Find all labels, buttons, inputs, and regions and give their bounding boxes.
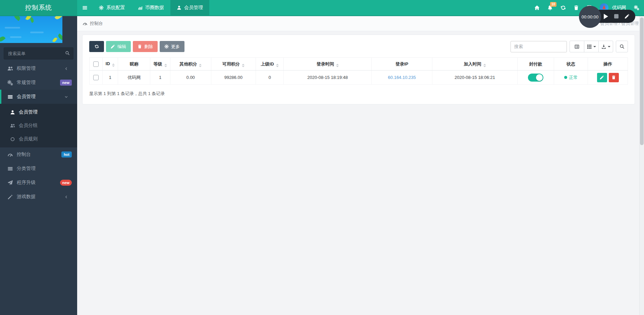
advanced-search-button[interactable] [616,41,628,52]
cell-other-points: 0.00 [170,71,211,85]
home-button[interactable] [534,5,540,10]
notification-badge: 10 [550,2,556,7]
table-header-row: ID 昵称 等级 其他积分 可用积分 上级ID 登录时间 登录IP 加入时间 封… [90,58,628,71]
nav-tabs: 系统配置 币圈数据 会员管理 [93,0,209,15]
cogs-icon [7,80,13,86]
pencil-icon [600,75,604,80]
sidebar: 权限管理 常规管理 new 会员管理 会员管理 会员分组 会员规则 [0,16,77,315]
sidebar-item-member-management[interactable]: 会员管理 [0,90,77,104]
cogs-icon [634,5,639,10]
recorder-play-button[interactable] [604,14,608,19]
settings-button[interactable] [634,5,639,10]
delete-button[interactable]: 删除 [133,41,158,52]
cell-status: 正常 [554,71,588,85]
tab-member-management[interactable]: 会员管理 [170,0,209,15]
sort-icon [276,64,279,67]
submenu-item-member-groups[interactable]: 会员分组 [0,119,77,132]
edit-button[interactable]: 编辑 [106,41,131,52]
cell-block-payment [517,71,554,85]
more-button[interactable]: 更多 [160,41,184,52]
list-alt-icon [575,44,579,49]
tab-coin-data[interactable]: 币圈数据 [131,0,170,15]
sort-icon [483,64,486,67]
caret-down-icon [593,46,596,47]
clear-cache-button[interactable] [574,5,579,10]
table-row: 1 优码网 1 0.00 99286.00 0 2020-08-15 18:19… [90,71,628,85]
user-icon [10,110,15,115]
export-button[interactable] [598,41,613,52]
recorder-annotate-button[interactable] [625,14,630,19]
header-actions: 操作 [588,58,628,71]
users-icon [7,66,13,72]
refresh-icon [95,44,99,49]
list-icon [7,166,13,172]
export-icon [601,44,606,49]
sidebar-item-category-management[interactable]: 分类管理 [0,162,77,176]
list-icon [7,94,13,100]
row-checkbox[interactable] [93,75,99,80]
scrollbar-thumb[interactable] [640,17,644,145]
new-badge: new [60,80,72,86]
cell-nickname: 优码网 [118,71,150,85]
dashboard-icon [83,21,88,26]
sidebar-item-game-data[interactable]: 游戏数据 [0,190,77,204]
bar-chart-icon [138,5,143,10]
refresh-page-button[interactable] [560,5,566,10]
cell-parent-id: 0 [256,71,283,85]
notifications-button[interactable]: 10 [547,5,553,10]
submenu-item-member-management[interactable]: 会员管理 [0,105,77,119]
select-all-checkbox[interactable] [93,61,99,67]
header-parent-id[interactable]: 上级ID [256,58,283,71]
recorder-stop-button[interactable] [614,14,619,18]
ip-link[interactable]: 60.164.10.235 [388,75,416,80]
dashboard-icon [7,152,13,158]
sidebar-item-program-upgrade[interactable]: 程序升级 new [0,176,77,190]
sort-icon [199,64,202,67]
cell-id: 1 [102,71,118,85]
paper-plane-icon [7,180,13,186]
chevron-left-icon [64,67,72,71]
menu-label: 分类管理 [17,166,36,172]
trash-icon [574,5,579,10]
sidebar-item-general-management[interactable]: 常规管理 new [0,76,77,90]
header-login-time[interactable]: 登录时间 [284,58,372,71]
sidebar-item-permission-management[interactable]: 权限管理 [0,61,77,76]
row-delete-button[interactable] [609,73,619,82]
header-available-points[interactable]: 可用积分 [211,58,256,71]
table-search-input[interactable] [511,41,567,52]
detail-view-button[interactable] [570,41,584,52]
header-id[interactable]: ID [102,58,118,71]
header-level[interactable]: 等级 [150,58,170,71]
sidebar-toggle-button[interactable] [77,0,93,15]
sort-icon [112,63,115,67]
columns-button[interactable] [584,41,599,52]
header-join-time[interactable]: 加入时间 [432,58,518,71]
circle-o-icon [10,137,15,142]
sidebar-menu: 权限管理 常规管理 new 会员管理 会员管理 会员分组 会员规则 [0,61,77,204]
new-badge: new [60,180,72,186]
hot-badge: hot [61,151,72,158]
submenu-item-member-rules[interactable]: 会员规则 [0,132,77,146]
tab-system-config[interactable]: 系统配置 [93,0,131,15]
cell-available-points: 99286.00 [211,71,256,85]
top-navbar: 控制系统 系统配置 币圈数据 会员管理 10 [0,0,644,16]
menu-search-input[interactable] [4,47,73,59]
header-other-points[interactable]: 其他积分 [170,58,211,71]
payment-toggle[interactable] [528,74,543,82]
grid-icon [587,44,592,49]
breadcrumb-bar: 控制台 会员管理 / 会员管理 [77,16,644,31]
main-content: 控制台 会员管理 / 会员管理 编辑 删除 更多 [77,16,644,315]
bars-icon [82,5,88,10]
menu-label: 权限管理 [17,65,36,72]
row-edit-button[interactable] [597,73,607,82]
record-summary: 显示第 1 到第 1 条记录，总共 1 条记录 [89,91,628,97]
sidebar-item-console[interactable]: 控制台 hot [0,147,77,162]
status-dot [564,76,567,79]
cell-actions [588,71,628,85]
pencil-icon [111,44,115,49]
status-badge: 正常 [564,75,578,81]
header-block-payment: 封付款 [517,58,554,71]
refresh-button[interactable] [89,41,104,52]
sort-icon [242,64,245,67]
table-toolbar: 编辑 删除 更多 [89,41,628,52]
